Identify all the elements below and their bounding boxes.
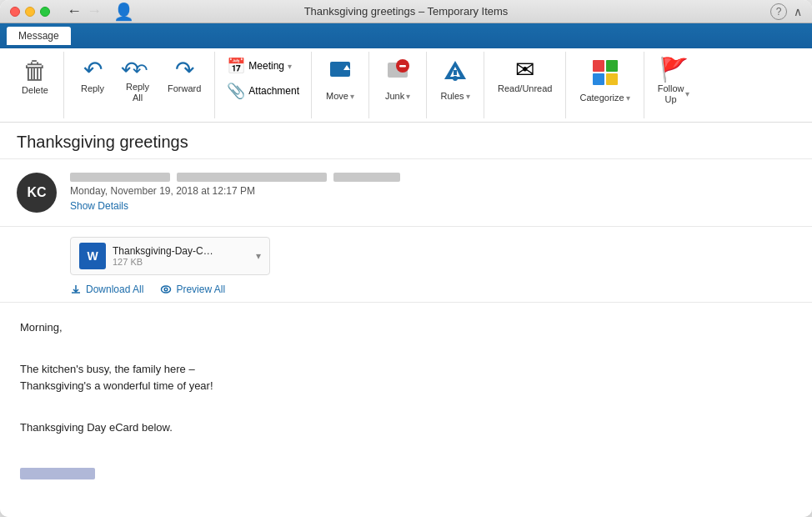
nav-controls: ← → 👤 bbox=[50, 1, 138, 22]
sender-extra-blur bbox=[333, 173, 400, 182]
main-window: ← → 👤 Thanksgiving greetings – Temporary… bbox=[0, 0, 812, 517]
rules-label: Rules ▾ bbox=[440, 91, 469, 102]
meeting-label: Meeting bbox=[248, 60, 284, 72]
svg-point-14 bbox=[165, 288, 168, 291]
junk-button[interactable]: Junk ▾ bbox=[378, 55, 418, 105]
categorize-group: Categorize ▾ bbox=[566, 52, 644, 118]
collapse-ribbon-button[interactable]: ∧ bbox=[794, 5, 802, 18]
junk-dropdown-arrow[interactable]: ▾ bbox=[406, 92, 410, 102]
attachment-name: Thanksgiving-Day-C… bbox=[113, 245, 249, 257]
forward-button[interactable]: ↷ Forward bbox=[163, 55, 206, 98]
download-all-button[interactable]: Download All bbox=[70, 284, 143, 295]
followup-dropdown-arrow[interactable]: ▾ bbox=[685, 89, 689, 99]
attachment-label: Attachment bbox=[248, 85, 299, 97]
delete-group: 🗑 Delete bbox=[7, 52, 64, 118]
sender-name-blur bbox=[70, 173, 170, 182]
titlebar-right: ? ∧ bbox=[770, 3, 802, 20]
svg-rect-4 bbox=[399, 65, 406, 68]
svg-rect-11 bbox=[593, 73, 604, 85]
people-icon[interactable]: 👤 bbox=[113, 2, 134, 22]
attachment-button[interactable]: 📎 Attachment bbox=[223, 80, 303, 102]
window-title: Thanksgiving greetings – Temporary Items bbox=[304, 5, 509, 18]
preview-all-label: Preview All bbox=[176, 284, 225, 295]
followup-group: 🚩 FollowUp ▾ bbox=[644, 52, 704, 118]
move-group: Move ▾ bbox=[312, 52, 369, 118]
show-details-link[interactable]: Show Details bbox=[70, 200, 795, 212]
reply-icon: ↶ bbox=[83, 58, 103, 82]
attachment-dropdown-arrow[interactable]: ▾ bbox=[256, 250, 261, 262]
message-area: Thanksgiving greetings KC Monday, Novemb… bbox=[0, 123, 812, 517]
body-poem: The kitchen's busy, the family here –Tha… bbox=[20, 361, 792, 396]
followup-label: FollowUp ▾ bbox=[658, 83, 690, 105]
reply-button[interactable]: ↶ Reply bbox=[73, 55, 113, 98]
reply-label: Reply bbox=[81, 83, 104, 94]
titlebar: ← → 👤 Thanksgiving greetings – Temporary… bbox=[0, 0, 812, 23]
sender-email-blur bbox=[177, 173, 327, 182]
svg-point-13 bbox=[162, 286, 171, 293]
help-button[interactable]: ? bbox=[770, 3, 787, 20]
rules-group: Rules ▾ bbox=[427, 52, 484, 118]
forward-icon: ↷ bbox=[175, 58, 194, 82]
read-unread-label: Read/Unread bbox=[498, 83, 552, 94]
ribbon-tab-bar: Message bbox=[0, 23, 812, 48]
reply-all-icon: ↶↶ bbox=[121, 58, 154, 80]
attachment-info: Thanksgiving-Day-C… 127 KB bbox=[113, 245, 249, 267]
sender-avatar: KC bbox=[17, 173, 57, 213]
rules-button[interactable]: Rules ▾ bbox=[435, 55, 475, 105]
attachment-actions: Download All Preview All bbox=[70, 284, 795, 295]
svg-rect-9 bbox=[593, 60, 604, 72]
new-group: 📅 Meeting ▾ 📎 Attachment bbox=[215, 52, 312, 118]
delete-icon: 🗑 bbox=[23, 58, 48, 83]
body-greeting: Morning, bbox=[20, 319, 792, 337]
tab-message[interactable]: Message bbox=[7, 27, 71, 45]
svg-rect-10 bbox=[606, 60, 618, 72]
meeting-attach-group: 📅 Meeting ▾ 📎 Attachment bbox=[223, 55, 303, 102]
read-unread-group: ✉ Read/Unread bbox=[484, 52, 566, 118]
move-label: Move ▾ bbox=[326, 91, 354, 102]
meeting-icon: 📅 bbox=[227, 57, 245, 75]
preview-all-button[interactable]: Preview All bbox=[160, 284, 225, 295]
read-unread-icon: ✉ bbox=[515, 58, 534, 82]
categorize-dropdown-arrow[interactable]: ▾ bbox=[626, 93, 630, 103]
back-button[interactable]: ← bbox=[65, 1, 83, 22]
reply-all-label: ReplyAll bbox=[126, 82, 149, 103]
forward-button[interactable]: → bbox=[85, 1, 103, 22]
junk-label: Junk ▾ bbox=[385, 91, 410, 102]
move-dropdown-arrow[interactable]: ▾ bbox=[350, 92, 354, 102]
followup-button[interactable]: 🚩 FollowUp ▾ bbox=[653, 55, 695, 108]
move-button[interactable]: Move ▾ bbox=[320, 55, 360, 105]
categorize-icon bbox=[591, 58, 619, 91]
ecard-link-blur bbox=[20, 468, 95, 479]
maximize-button[interactable] bbox=[40, 7, 50, 17]
forward-label: Forward bbox=[168, 83, 201, 94]
read-unread-button[interactable]: ✉ Read/Unread bbox=[493, 55, 557, 98]
preview-icon bbox=[160, 284, 172, 295]
junk-icon bbox=[384, 58, 411, 89]
svg-rect-8 bbox=[454, 70, 457, 75]
reply-all-button[interactable]: ↶↶ ReplyAll bbox=[116, 55, 159, 107]
email-subject: Thanksgiving greetings bbox=[0, 123, 812, 159]
meeting-dropdown-arrow[interactable]: ▾ bbox=[288, 62, 292, 71]
header-details: Monday, November 19, 2018 at 12:17 PM Sh… bbox=[70, 173, 795, 213]
respond-buttons: ↶ Reply ↶↶ ReplyAll ↷ Forward bbox=[73, 55, 206, 115]
move-icon bbox=[327, 58, 353, 89]
close-button[interactable] bbox=[10, 7, 20, 17]
rules-icon bbox=[442, 58, 469, 89]
ribbon-body: 🗑 Delete ↶ Reply ↶↶ ReplyAll bbox=[0, 48, 812, 122]
message-body: Morning, The kitchen's busy, the family … bbox=[0, 303, 812, 517]
ribbon: Message 🗑 Delete ↶ Reply bbox=[0, 23, 812, 123]
delete-button[interactable]: 🗑 Delete bbox=[15, 55, 55, 99]
categorize-label: Categorize ▾ bbox=[579, 93, 629, 103]
email-header: KC Monday, November 19, 2018 at 12:17 PM… bbox=[0, 159, 812, 227]
attachment-icon: 📎 bbox=[227, 82, 245, 100]
rules-dropdown-arrow[interactable]: ▾ bbox=[466, 92, 470, 102]
svg-rect-12 bbox=[606, 73, 618, 85]
attachment-card: W Thanksgiving-Day-C… 127 KB ▾ bbox=[70, 237, 270, 275]
categorize-button[interactable]: Categorize ▾ bbox=[574, 55, 634, 107]
svg-point-7 bbox=[453, 76, 458, 81]
meeting-button[interactable]: 📅 Meeting ▾ bbox=[223, 55, 303, 77]
minimize-button[interactable] bbox=[25, 7, 35, 17]
attachment-size: 127 KB bbox=[113, 257, 249, 267]
respond-group: ↶ Reply ↶↶ ReplyAll ↷ Forward bbox=[64, 52, 215, 118]
attachment-section: W Thanksgiving-Day-C… 127 KB ▾ Download … bbox=[0, 227, 812, 303]
